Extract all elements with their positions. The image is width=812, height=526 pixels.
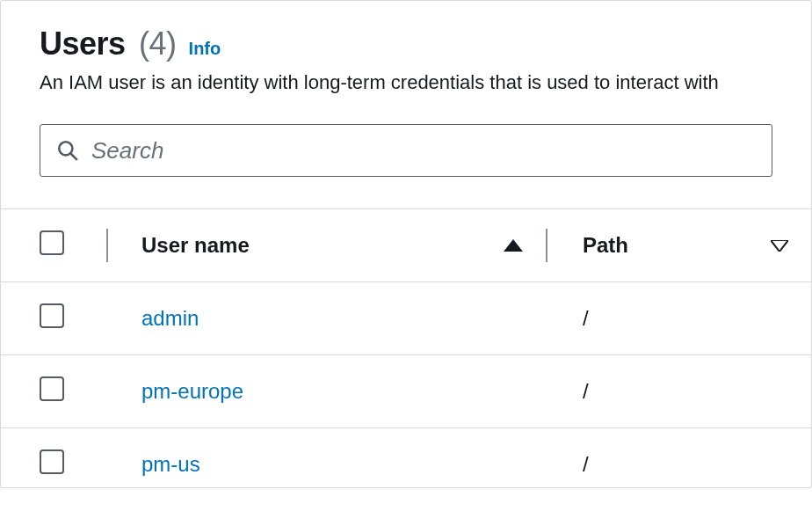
search-container <box>40 124 772 177</box>
sort-asc-icon <box>504 239 523 252</box>
row-checkbox[interactable] <box>40 376 64 401</box>
column-username: User name <box>106 209 546 282</box>
user-link[interactable]: pm-us <box>141 452 200 476</box>
row-checkbox[interactable] <box>40 449 64 474</box>
select-all-checkbox[interactable] <box>40 230 64 255</box>
path-cell: / <box>546 428 811 489</box>
table-body: admin / pm-europe / pm-us / <box>1 282 811 489</box>
path-cell: / <box>546 355 811 428</box>
svg-point-0 <box>59 142 72 155</box>
page-description: An IAM user is an identity with long-ter… <box>40 71 772 94</box>
table-row: pm-us / <box>1 428 811 489</box>
title-text: Users <box>40 26 126 62</box>
user-link[interactable]: pm-europe <box>141 379 243 403</box>
search-input[interactable] <box>91 137 756 164</box>
column-username-label: User name <box>141 233 250 258</box>
svg-line-1 <box>70 153 76 159</box>
sort-none-icon <box>771 240 788 252</box>
info-link[interactable]: Info <box>189 39 221 61</box>
users-panel: Users (4) Info An IAM user is an identit… <box>0 0 812 488</box>
column-path-label: Path <box>583 233 628 258</box>
table-row: admin / <box>1 282 811 355</box>
svg-marker-2 <box>771 240 788 252</box>
path-cell: / <box>546 282 811 355</box>
column-path: Path <box>546 209 811 282</box>
sort-path[interactable]: Path <box>583 233 811 258</box>
user-link[interactable]: admin <box>141 306 199 330</box>
page-title: Users (4) <box>40 26 177 62</box>
sort-username[interactable]: User name <box>141 233 546 258</box>
title-row: Users (4) Info <box>40 26 772 62</box>
row-checkbox[interactable] <box>40 303 64 328</box>
user-count: (4) <box>139 26 177 62</box>
users-table: User name Path <box>1 208 811 488</box>
search-box[interactable] <box>40 124 772 177</box>
header: Users (4) Info An IAM user is an identit… <box>1 1 811 115</box>
table-header-row: User name Path <box>1 209 811 282</box>
search-icon <box>56 139 79 162</box>
table-row: pm-europe / <box>1 355 811 428</box>
column-select-all <box>1 209 106 282</box>
